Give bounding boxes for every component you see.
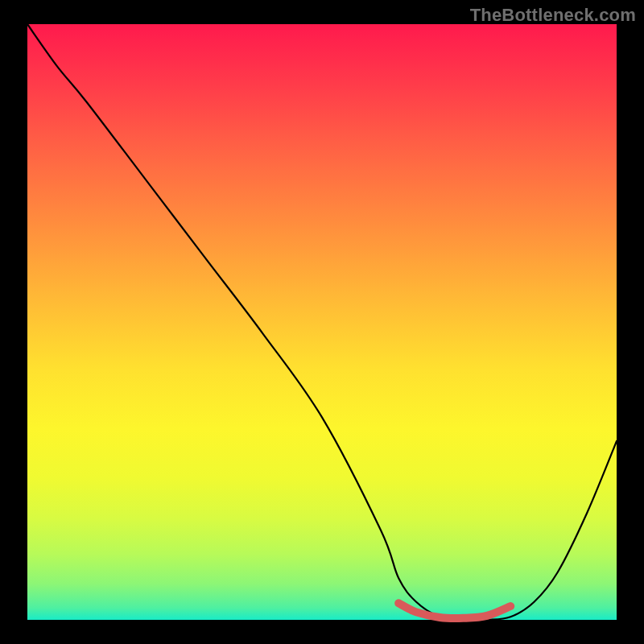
marker-band [398, 603, 510, 618]
main-curve [27, 24, 617, 620]
plot-area [27, 24, 617, 620]
curve-layer [27, 24, 617, 620]
watermark-text: TheBottleneck.com [470, 5, 636, 26]
chart-container: TheBottleneck.com [0, 0, 644, 644]
